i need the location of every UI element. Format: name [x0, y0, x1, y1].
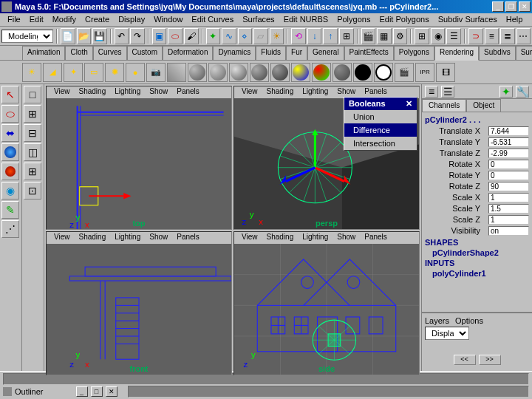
- minimize-button[interactable]: _: [492, 1, 504, 12]
- outliner-max-button[interactable]: □: [91, 386, 103, 397]
- tab-options[interactable]: Options: [455, 316, 483, 325]
- input-icon[interactable]: ↓: [307, 28, 322, 44]
- menu-modify[interactable]: Modify: [48, 13, 81, 26]
- vp-menu-show[interactable]: Show: [145, 232, 172, 244]
- shelf-tab-surfaces[interactable]: Surfaces: [516, 46, 532, 60]
- menu-subdiv-surfaces[interactable]: Subdiv Surfaces: [434, 13, 502, 26]
- vp-menu-lighting[interactable]: Lighting: [298, 86, 332, 98]
- vp-menu-show[interactable]: Show: [332, 232, 360, 244]
- point-light-icon[interactable]: ☀: [22, 63, 41, 82]
- snap-point-icon[interactable]: ⋄: [238, 28, 253, 44]
- menu-edit-nurbs[interactable]: Edit NURBS: [279, 13, 333, 26]
- tab-object[interactable]: Object: [466, 99, 501, 112]
- shelf-tab-rendering[interactable]: Rendering: [434, 46, 479, 61]
- surface-icon[interactable]: [332, 63, 352, 82]
- channel-value-input[interactable]: [488, 226, 529, 236]
- shelf-tab-custom[interactable]: Custom: [127, 46, 163, 60]
- shelf-tab-animation[interactable]: Animation: [22, 46, 65, 60]
- maximize-button[interactable]: ❐: [505, 1, 517, 12]
- save-scene-icon[interactable]: 💾: [92, 28, 107, 44]
- scale-tool-icon[interactable]: [1, 163, 19, 180]
- four-pane-icon[interactable]: ⊞: [24, 105, 41, 123]
- menu-surfaces[interactable]: Surfaces: [238, 13, 279, 26]
- ipr-icon[interactable]: ▦: [377, 28, 392, 44]
- blinn-icon[interactable]: [208, 63, 228, 82]
- menu-edit-curves[interactable]: Edit Curves: [187, 13, 238, 26]
- directional-light-icon[interactable]: ✦: [64, 63, 83, 82]
- more-lines-icon[interactable]: ≣: [500, 28, 515, 44]
- snap-grid-icon[interactable]: ✦: [206, 28, 221, 44]
- magnet-icon[interactable]: ⊃: [468, 28, 483, 44]
- menu-edit-polygons[interactable]: Edit Polygons: [375, 13, 433, 26]
- viewport-top[interactable]: ViewShadingLightingShowPanels y x z top: [46, 86, 232, 230]
- shelf-tab-curves[interactable]: Curves: [93, 46, 127, 60]
- tab-channels[interactable]: Channels: [422, 99, 466, 112]
- range-slider[interactable]: [128, 386, 529, 398]
- shape-node[interactable]: pCylinderShape2: [425, 248, 529, 257]
- input-node[interactable]: polyCylinder1: [425, 269, 529, 278]
- channel-value-input[interactable]: [488, 182, 529, 191]
- single-pane-icon[interactable]: □: [24, 86, 41, 103]
- anisotropic-icon[interactable]: [270, 63, 290, 82]
- vp-menu-panels[interactable]: Panels: [172, 232, 204, 244]
- redo-icon[interactable]: ↷: [130, 28, 145, 44]
- vp-menu-panels[interactable]: Panels: [360, 232, 392, 244]
- menu-create[interactable]: Create: [81, 13, 114, 26]
- list2-icon[interactable]: ☰: [441, 86, 454, 98]
- camera-icon[interactable]: 📷: [146, 63, 166, 82]
- menu-file[interactable]: File: [3, 13, 25, 26]
- menu-display[interactable]: Display: [114, 13, 149, 26]
- context-difference[interactable]: Difference: [344, 123, 417, 137]
- four-alt-icon[interactable]: ⊡: [24, 182, 41, 200]
- channel-value-input[interactable]: [488, 160, 529, 169]
- vp-menu-lighting[interactable]: Lighting: [110, 86, 145, 98]
- vp-menu-shading[interactable]: Shading: [75, 232, 111, 244]
- wrench-icon[interactable]: 🔧: [516, 86, 529, 98]
- outliner-icon[interactable]: ☰: [446, 28, 461, 44]
- new-scene-icon[interactable]: 📄: [61, 28, 75, 44]
- shelf-tab-polygons[interactable]: Polygons: [394, 46, 434, 60]
- channel-value-input[interactable]: [488, 204, 529, 214]
- usebackground-icon[interactable]: [353, 63, 372, 82]
- snap-live-icon[interactable]: ☀: [270, 28, 284, 44]
- layered-icon[interactable]: [291, 63, 310, 82]
- vp-menu-view[interactable]: View: [237, 86, 262, 98]
- shelf-tab-cloth[interactable]: Cloth: [65, 46, 92, 60]
- two-pane-h-icon[interactable]: ⊟: [24, 124, 41, 142]
- ambient-light-icon[interactable]: ✺: [105, 63, 124, 82]
- render-globals-icon[interactable]: ⚙: [393, 28, 408, 44]
- lasso-tool-icon[interactable]: ⬭: [1, 105, 19, 123]
- paint-icon[interactable]: 🖌: [184, 28, 199, 44]
- shelf-tab-subdivs[interactable]: Subdivs: [479, 46, 516, 60]
- tab-layers[interactable]: Layers: [425, 316, 449, 325]
- phonge-icon[interactable]: [250, 63, 269, 82]
- context-union[interactable]: Union: [344, 110, 417, 123]
- channel-value-input[interactable]: [488, 137, 529, 147]
- channel-value-input[interactable]: [488, 126, 529, 136]
- construction-icon[interactable]: ⊞: [339, 28, 354, 44]
- vp-menu-view[interactable]: View: [50, 86, 75, 98]
- lines-icon[interactable]: ≡: [485, 28, 499, 44]
- select-icon[interactable]: ▣: [152, 28, 167, 44]
- ipr-render-icon[interactable]: IPR: [415, 63, 434, 82]
- outliner-close-button[interactable]: ✕: [106, 386, 117, 397]
- mode-selector[interactable]: Modeling: [1, 30, 53, 43]
- vp-menu-lighting[interactable]: Lighting: [298, 232, 332, 244]
- render-icon[interactable]: 🎬: [361, 28, 376, 44]
- move-tool-icon[interactable]: ⬌: [1, 124, 19, 142]
- viewport-persp[interactable]: ViewShadingLightingShowPanels y x: [233, 86, 420, 230]
- texture-icon[interactable]: [167, 63, 186, 82]
- context-close-icon[interactable]: ✕: [406, 99, 412, 109]
- viewport-side[interactable]: ViewShadingLightingShowPanels: [233, 231, 420, 375]
- vp-menu-shading[interactable]: Shading: [262, 232, 299, 244]
- menu-window[interactable]: Window: [149, 13, 187, 26]
- vp-menu-panels[interactable]: Panels: [172, 86, 204, 98]
- open-scene-icon[interactable]: 📂: [77, 28, 92, 44]
- channel-object-name[interactable]: pCylinder2 . . .: [425, 114, 529, 126]
- layers-display-selector[interactable]: Display: [425, 327, 469, 340]
- vp-menu-view[interactable]: View: [50, 232, 75, 244]
- channel-value-input[interactable]: [488, 193, 529, 202]
- ramp-icon[interactable]: [312, 63, 331, 82]
- channel-value-input[interactable]: [488, 171, 529, 180]
- render-view-icon[interactable]: 🎬: [395, 63, 414, 82]
